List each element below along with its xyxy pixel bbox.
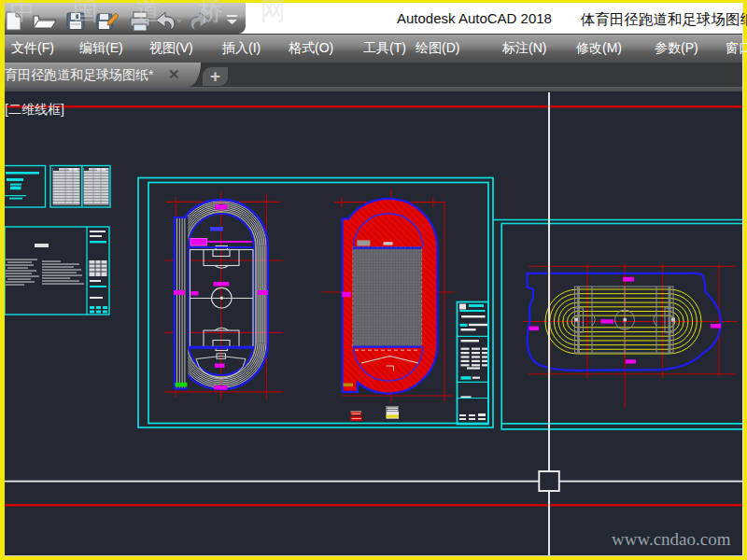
svg-text:[二维线框]: [二维线框] [5, 102, 64, 117]
